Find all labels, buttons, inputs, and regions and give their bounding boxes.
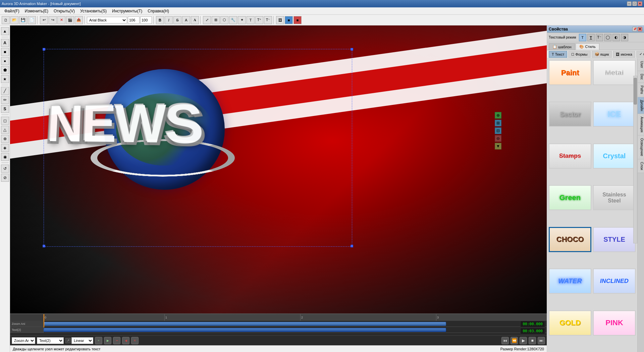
- anim2-button[interactable]: T⁺: [255, 16, 263, 24]
- delete-tool-btn[interactable]: ⊘: [1, 174, 9, 182]
- panel-pin-button[interactable]: 📌: [632, 27, 637, 32]
- menu-tools[interactable]: Инструменты(T): [109, 8, 145, 14]
- track-bar-area-2[interactable]: [44, 327, 547, 333]
- italic-button[interactable]: I: [165, 16, 173, 24]
- bold-button[interactable]: B: [156, 16, 164, 24]
- prev-frame-button[interactable]: ⏪: [511, 337, 518, 344]
- star-tool-btn[interactable]: ★: [1, 75, 9, 83]
- menu-open[interactable]: Открыть(V): [51, 8, 77, 14]
- side-tab-doc[interactable]: Doc: [638, 71, 644, 83]
- side-tab-user[interactable]: User: [638, 58, 644, 71]
- panel-close-button[interactable]: ✕: [638, 27, 642, 32]
- tab-style[interactable]: 🎨 Стиль: [576, 43, 599, 50]
- anim3-button[interactable]: T⁻: [264, 16, 272, 24]
- keyframe-back-button[interactable]: ◀: [122, 337, 129, 344]
- mode-btn-6[interactable]: ◑: [621, 34, 628, 41]
- color1-button[interactable]: ■: [285, 16, 293, 24]
- bg-button[interactable]: 🖼: [276, 16, 284, 24]
- strikethrough-button[interactable]: S: [173, 16, 181, 24]
- font-percent-input[interactable]: [140, 16, 152, 24]
- handle-tl[interactable]: [43, 48, 45, 51]
- subtab-ok[interactable]: ✓ Ок: [636, 51, 644, 58]
- transform-btn-1[interactable]: ⊕: [495, 112, 501, 119]
- delete-button[interactable]: ✕: [57, 16, 65, 24]
- select-tool-btn[interactable]: ▲: [1, 27, 9, 35]
- transform-btn-2[interactable]: ⊞: [495, 120, 501, 126]
- text-style-button[interactable]: 𝐀: [191, 16, 199, 24]
- export-button[interactable]: 📤: [75, 16, 83, 24]
- style-ice[interactable]: ICE: [593, 102, 636, 127]
- menu-file[interactable]: Файл(F): [2, 8, 22, 14]
- stop-button[interactable]: ■: [529, 337, 536, 344]
- play-button[interactable]: ▶: [520, 337, 527, 344]
- subtab-text[interactable]: T Текст: [549, 51, 567, 58]
- go-start-button[interactable]: ⏮: [501, 337, 509, 344]
- anim1-button[interactable]: T: [247, 16, 255, 24]
- style-choco[interactable]: CHOCO: [549, 227, 591, 252]
- subtab-shapes[interactable]: ◻ Формы: [568, 51, 590, 58]
- add-tool-btn[interactable]: ⊕: [1, 135, 9, 143]
- special1-tool-btn[interactable]: ◈: [1, 144, 9, 152]
- style-stamps[interactable]: Stamps: [549, 143, 591, 169]
- style-inclined[interactable]: INCLINED: [593, 269, 636, 294]
- menu-edit[interactable]: Изменить(E): [22, 8, 51, 14]
- close-button[interactable]: ✕: [638, 1, 642, 6]
- rotate-tool-btn[interactable]: ↺: [1, 165, 9, 173]
- polygon-tool-btn[interactable]: ⬟: [1, 66, 9, 74]
- material-button[interactable]: 🔧: [229, 16, 237, 24]
- handle-tr[interactable]: [351, 48, 353, 51]
- minimize-button[interactable]: ─: [627, 1, 632, 6]
- line-tool-btn[interactable]: ╱: [1, 87, 9, 95]
- menu-setup[interactable]: Установить(S): [77, 8, 109, 14]
- style-pink[interactable]: PINK: [593, 310, 636, 336]
- keyframe-forward-button[interactable]: ▶: [104, 337, 111, 344]
- style-sector[interactable]: Sector: [549, 102, 591, 127]
- transform-btn-3[interactable]: ⊟: [495, 127, 501, 134]
- side-tab-animation[interactable]: Анимация: [638, 114, 644, 135]
- save-button[interactable]: 💾: [19, 16, 27, 24]
- transform-btn-4[interactable]: ⊖: [495, 135, 501, 142]
- align-button[interactable]: ⊞: [212, 16, 220, 24]
- side-tab-lighting[interactable]: Освещение: [638, 135, 644, 159]
- mode-btn-3[interactable]: T⁻: [596, 34, 603, 41]
- style-crystal[interactable]: Crystal: [593, 143, 636, 169]
- fx-button[interactable]: ✦: [238, 16, 246, 24]
- add-keyframe-button[interactable]: +: [95, 337, 102, 344]
- transform-button[interactable]: ⤢: [203, 16, 211, 24]
- go-end-button[interactable]: ⏭: [538, 337, 545, 344]
- handle-br[interactable]: [351, 245, 353, 247]
- save-as-button[interactable]: 📄: [28, 16, 36, 24]
- styles-scrollbar-thumb[interactable]: [634, 78, 637, 105]
- style-metal[interactable]: Metal: [593, 60, 636, 85]
- subtab-icon[interactable]: 🖼 иконка: [613, 51, 635, 58]
- delete-keyframe-button[interactable]: ━: [113, 337, 120, 344]
- object-selector[interactable]: Text(2): [37, 337, 64, 344]
- group-button[interactable]: ⬡: [220, 16, 228, 24]
- box3d-tool-btn[interactable]: ◻: [1, 117, 9, 125]
- color2-button[interactable]: ■: [293, 16, 302, 24]
- render-button[interactable]: 🎬: [66, 16, 74, 24]
- mode-btn-1[interactable]: T: [579, 34, 586, 41]
- rect-tool-btn[interactable]: ■: [1, 48, 9, 56]
- font-selector[interactable]: Arial Black: [87, 17, 127, 23]
- handle-bl[interactable]: [43, 245, 45, 247]
- side-tab-paths[interactable]: Paths: [638, 83, 644, 97]
- tab-template[interactable]: 📋 шаблон: [549, 43, 575, 50]
- mode-btn-2[interactable]: T: [587, 34, 595, 41]
- style-style[interactable]: STYLE: [593, 227, 636, 252]
- text-tool-btn[interactable]: A: [1, 39, 9, 47]
- track-bar-area-1[interactable]: [44, 321, 547, 327]
- undo-button[interactable]: ↩: [40, 16, 48, 24]
- ellipse-tool-btn[interactable]: ●: [1, 57, 9, 65]
- redo-button[interactable]: ↪: [49, 16, 57, 24]
- font-size-input[interactable]: [128, 16, 140, 24]
- spiro-tool-btn[interactable]: S: [1, 105, 9, 113]
- side-tab-design[interactable]: Дизайн: [638, 97, 644, 114]
- special2-tool-btn[interactable]: ◉: [1, 153, 9, 161]
- style-paint[interactable]: Paint: [549, 60, 591, 85]
- style-gold[interactable]: GOLD: [549, 310, 591, 336]
- pen-tool-btn[interactable]: ✏: [1, 96, 9, 104]
- track-type-selector[interactable]: Zoozn Ani: [12, 337, 35, 344]
- style-water[interactable]: WATER: [549, 269, 591, 294]
- maximize-button[interactable]: □: [632, 1, 637, 6]
